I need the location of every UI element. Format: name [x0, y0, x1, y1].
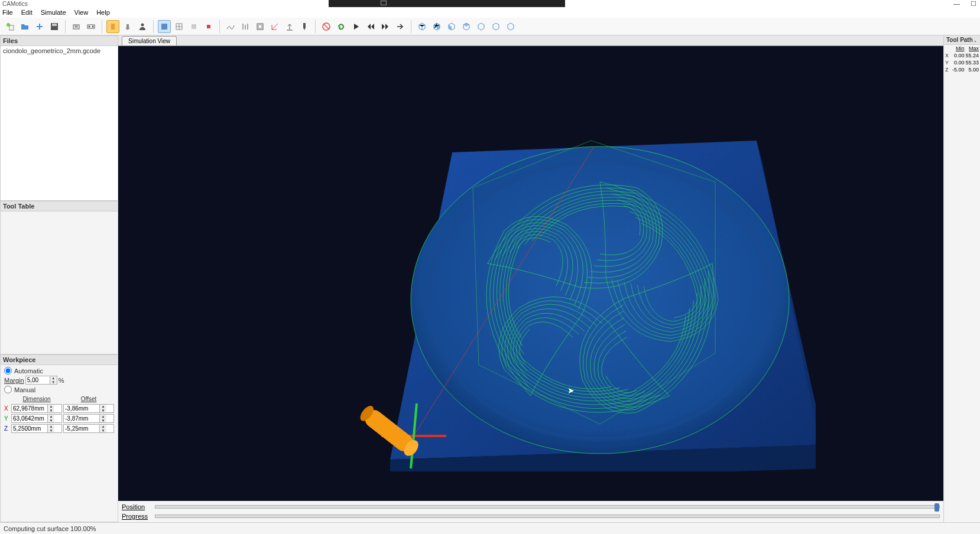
bottom-view-button[interactable] [504, 20, 517, 33]
axes-button[interactable] [268, 20, 281, 33]
svg-rect-3 [52, 24, 57, 26]
progress-slider[interactable] [155, 515, 940, 518]
tab-simulation[interactable]: Simulation View [122, 36, 177, 45]
wp-auto-radio[interactable] [4, 367, 12, 375]
view-hide1-button[interactable] [187, 20, 200, 33]
menu-help[interactable]: Help [96, 9, 110, 16]
files-panel: Files ciondolo_geometrico_2mm.gcode [0, 35, 118, 201]
wp-row-z: Z ▲▼ ▲▼ [4, 424, 114, 433]
center-column: Simulation View [118, 35, 943, 522]
minimize-button[interactable]: — [953, 0, 960, 8]
svg-point-7 [92, 25, 94, 27]
position-slider[interactable] [155, 505, 940, 509]
save-button[interactable] [48, 20, 61, 33]
wp-row-x: X ▲▼ ▲▼ [4, 404, 114, 413]
left-view-button[interactable] [460, 20, 473, 33]
bounds-row-z: Z -5.00 5.00 [944, 66, 980, 73]
wp-row-y: Y ▲▼ ▲▼ [4, 414, 114, 423]
sliders-area: Position Progress [118, 501, 943, 522]
add-button[interactable] [33, 20, 46, 33]
wp-margin-unit: % [59, 377, 64, 384]
position-handle[interactable] [934, 503, 939, 512]
graph1-button[interactable] [224, 20, 237, 33]
tool2-button[interactable] [121, 20, 134, 33]
wp-table: Dimension Offset X ▲▼ ▲▼ Y ▲▼ ▲▼ Z [3, 394, 115, 434]
bounds-max-hdr: Max [965, 45, 979, 51]
step-button[interactable] [394, 20, 407, 33]
graph3-button[interactable] [254, 20, 267, 33]
forward-button[interactable] [379, 20, 392, 33]
position-label: Position [122, 503, 151, 510]
titlebar-dark-overlay [329, 0, 565, 7]
export2-button[interactable] [85, 20, 98, 33]
progress-slider-row: Progress [122, 513, 940, 520]
wp-auto-label: Automatic [14, 367, 43, 375]
wp-auto-row[interactable]: Automatic [3, 366, 115, 375]
files-list[interactable]: ciondolo_geometrico_2mm.gcode [1, 46, 118, 200]
svg-point-21 [411, 146, 789, 454]
iso-view-button[interactable] [416, 20, 429, 33]
svg-rect-15 [258, 25, 262, 28]
wp-z-off[interactable]: ▲▼ [63, 424, 114, 433]
origin-button[interactable] [283, 20, 296, 33]
person-button[interactable] [136, 20, 149, 33]
wp-axis-y: Y [4, 414, 10, 423]
window-controls: — ☐ [953, 0, 976, 8]
tooltable-body[interactable] [1, 211, 118, 354]
new-button[interactable] [4, 20, 17, 33]
view-hide2-button[interactable] [202, 20, 215, 33]
simulation-viewport[interactable]: ➤ [118, 46, 943, 501]
workpiece-header: Workpiece [1, 355, 118, 365]
wp-y-off[interactable]: ▲▼ [63, 414, 114, 423]
wp-z-dim[interactable]: ▲▼ [11, 424, 62, 433]
svg-point-9 [141, 23, 144, 26]
view-surface-button[interactable] [158, 20, 171, 33]
status-text: Computing cut surface 100.00% [4, 525, 96, 532]
menubar: File Edit Simulate View Help [0, 7, 980, 18]
svg-rect-10 [161, 24, 167, 30]
back-view-button[interactable] [445, 20, 458, 33]
bounds-row-x: X 0.00 55.24 [944, 52, 980, 59]
open-button[interactable] [18, 20, 31, 33]
view-wire-button[interactable] [173, 20, 186, 33]
menu-file[interactable]: File [2, 9, 13, 16]
main-area: Files ciondolo_geometrico_2mm.gcode Tool… [0, 35, 980, 522]
menu-view[interactable]: View [74, 9, 89, 16]
right-column: Tool Path . Min Max X 0.00 55.24 Y 0.00 … [943, 35, 980, 522]
play-button[interactable] [349, 20, 362, 33]
wp-margin-field[interactable] [26, 376, 50, 384]
rewind-button[interactable] [364, 20, 377, 33]
workpiece-3d [331, 105, 816, 471]
toolbit-button[interactable] [298, 20, 311, 33]
wp-margin-label: Margin [4, 377, 24, 384]
toolpath-header: Tool Path . [944, 35, 980, 45]
maximize-button[interactable]: ☐ [971, 0, 976, 8]
wp-manual-radio[interactable] [4, 386, 12, 393]
export1-button[interactable] [70, 20, 83, 33]
wp-margin-input[interactable]: ▲▼ [25, 376, 57, 385]
wp-manual-row[interactable]: Manual [3, 385, 115, 394]
statusbar: Computing cut surface 100.00% [0, 522, 980, 534]
tooltable-header: Tool Table [1, 201, 118, 211]
svg-rect-16 [303, 23, 306, 28]
svg-rect-1 [9, 25, 14, 30]
wp-off-hdr: Offset [63, 395, 114, 403]
tool1-button[interactable] [106, 20, 119, 33]
file-item[interactable]: ciondolo_geometrico_2mm.gcode [3, 47, 115, 54]
right-view-button[interactable] [475, 20, 488, 33]
menu-edit[interactable]: Edit [21, 9, 33, 16]
wp-y-dim[interactable]: ▲▼ [11, 414, 62, 423]
spin-down-icon[interactable]: ▼ [50, 380, 57, 385]
menu-simulate[interactable]: Simulate [41, 9, 66, 16]
svg-rect-12 [192, 24, 196, 29]
wp-x-dim[interactable]: ▲▼ [11, 404, 62, 413]
graph2-button[interactable] [239, 20, 252, 33]
position-slider-row: Position [122, 503, 940, 510]
titlebar: CAMotics — ☐ [0, 0, 980, 7]
toolbar [0, 18, 980, 35]
top-view-button[interactable] [489, 20, 502, 33]
stop-button[interactable] [320, 20, 333, 33]
front-view-button[interactable] [430, 20, 443, 33]
wp-x-off[interactable]: ▲▼ [63, 404, 114, 413]
reload-button[interactable] [335, 20, 348, 33]
